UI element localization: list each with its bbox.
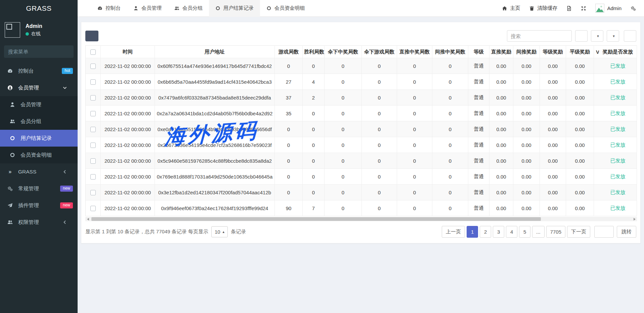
- sidebar-item-general[interactable]: 常规管理new: [0, 180, 78, 197]
- page-button-5[interactable]: 5: [519, 226, 530, 238]
- page-button-下一页[interactable]: 下一页: [567, 226, 590, 238]
- table-cell: 0.00: [566, 169, 594, 185]
- caret-down-icon: ▾: [613, 34, 615, 38]
- table-cell: 0: [362, 74, 397, 90]
- table-cell: 0: [325, 58, 362, 74]
- page-button-3[interactable]: 3: [493, 226, 504, 238]
- page-button-上一页[interactable]: 上一页: [442, 226, 465, 238]
- log-button[interactable]: [566, 6, 572, 11]
- page-size-value: 10: [215, 229, 220, 235]
- page-button-...[interactable]: ...: [532, 226, 545, 238]
- scroll-left-arrow[interactable]: [85, 217, 90, 221]
- cogs-icon: [631, 6, 636, 11]
- sidebar-item-members-parent[interactable]: 会员管理: [0, 79, 78, 96]
- table-cell: 0: [432, 137, 468, 153]
- row-checkbox[interactable]: [90, 64, 96, 69]
- pagination-summary: 显示第 1 到第 10 条记录，总共 77049 条记录 每页显示: [85, 229, 208, 235]
- sidebar-item-label: 用户结算记录: [20, 135, 52, 142]
- table-cell: 2022-11-02 00:00:00: [101, 106, 155, 121]
- row-checkbox[interactable]: [90, 174, 96, 180]
- sidebar-item-plugins[interactable]: 插件管理new: [0, 197, 78, 214]
- sidebar-item-grass[interactable]: »GRASS: [0, 163, 78, 180]
- refresh-button[interactable]: [85, 31, 98, 41]
- fullscreen-button[interactable]: [581, 6, 586, 11]
- table-cell: 0x7479a6fc6f03328a87345bada8e815deec29dd…: [155, 90, 275, 106]
- select-all-checkbox[interactable]: [90, 49, 96, 55]
- sidebar-item-user-settlement[interactable]: 用户结算记录: [0, 130, 78, 147]
- page-button-2[interactable]: 2: [480, 226, 491, 238]
- plane-icon: [6, 203, 14, 208]
- table-cell: 2022-11-02 00:00:00: [101, 74, 155, 90]
- row-checkbox[interactable]: [90, 95, 96, 101]
- table-cell: 0: [397, 185, 432, 200]
- table-row: 2022-11-02 00:00:000x3e12fba1d2ed1421803…: [85, 185, 637, 200]
- table-search-input[interactable]: [507, 30, 572, 42]
- page-button-1[interactable]: 1: [467, 226, 478, 238]
- sidebar-item-member-groups[interactable]: 会员分组: [0, 113, 78, 130]
- table-cell: 0.00: [513, 169, 540, 185]
- sidebar-badge: hot: [62, 68, 73, 74]
- row-checkbox[interactable]: [90, 79, 96, 85]
- row-checkbox[interactable]: [90, 127, 96, 132]
- jump-page-input[interactable]: [594, 226, 614, 238]
- row-checkbox[interactable]: [90, 158, 96, 164]
- tab-user-settlement[interactable]: 用户结算记录: [209, 0, 260, 17]
- sidebar-item-console[interactable]: 控制台hot: [0, 63, 78, 79]
- settings-button[interactable]: [631, 6, 636, 11]
- table-cell: 0x6b65d5a70aa4455fd9a9ad14cf4315e40642bc…: [155, 74, 275, 90]
- select-all-header: [85, 45, 101, 58]
- expand-icon: [581, 6, 586, 11]
- user-menu[interactable]: Admin: [595, 4, 621, 13]
- sidebar-search-input[interactable]: [4, 45, 74, 58]
- row-checkbox[interactable]: [90, 206, 96, 211]
- table-cell: 普通: [468, 200, 489, 216]
- status-cell: 已发放: [599, 200, 637, 216]
- table-cell: 0.00: [513, 90, 540, 106]
- page-button-7705[interactable]: 7705: [546, 226, 565, 238]
- table-cell: 0: [303, 153, 325, 169]
- clear-cache-link[interactable]: 清除缓存: [529, 5, 557, 11]
- table-cell: 0.00: [513, 200, 540, 216]
- table-cell: 普通: [468, 106, 489, 121]
- table-cell: 0: [397, 74, 432, 90]
- page-button-4[interactable]: 4: [506, 226, 517, 238]
- table-cell: 0: [275, 137, 303, 153]
- toggle-view-button[interactable]: [575, 30, 588, 42]
- tab-member-funds[interactable]: 会员资金明细: [260, 0, 311, 17]
- tab-console[interactable]: 控制台: [91, 0, 127, 17]
- table-cell: 0.00: [489, 121, 513, 137]
- row-checkbox[interactable]: [90, 111, 96, 116]
- page-size-dropdown[interactable]: 10 ▴: [211, 226, 228, 237]
- home-link[interactable]: 主页: [502, 5, 520, 11]
- tab-member-groups[interactable]: 会员分组: [168, 0, 209, 17]
- toolbar: ▾ ▾: [85, 30, 636, 42]
- table-scroll-area[interactable]: 时间用户地址游戏局数胜利局数伞下中奖局数伞下游戏局数直推中奖局数间推中奖局数等级…: [85, 45, 637, 216]
- table-cell: 0.00: [513, 137, 540, 153]
- scrollbar-thumb[interactable]: [91, 217, 541, 221]
- export-button[interactable]: ▾: [607, 30, 619, 42]
- jump-button[interactable]: 跳转: [617, 226, 636, 238]
- sidebar-item-members[interactable]: 会员管理: [0, 96, 78, 113]
- search-button[interactable]: [624, 30, 636, 42]
- chevron-left-icon: [61, 220, 69, 225]
- nav-tabs: 控制台会员管理会员分组用户结算记录会员资金明细: [91, 0, 311, 17]
- users-icon: [8, 119, 16, 124]
- users-icon: [174, 6, 179, 11]
- columns-button[interactable]: ▾: [591, 30, 603, 42]
- sidebar-item-member-funds[interactable]: 会员资金明细: [0, 147, 78, 163]
- table-cell: 0.00: [540, 200, 566, 216]
- row-checkbox[interactable]: [90, 143, 96, 148]
- table-cell: 0.00: [513, 153, 540, 169]
- menu-toggle-icon[interactable]: [78, 0, 91, 17]
- table-row: 2022-11-02 00:00:000x2a7a2a06341bda1cd2d…: [85, 106, 637, 121]
- table-cell: 0: [303, 185, 325, 200]
- table-cell: 0.00: [540, 74, 566, 90]
- scroll-right-arrow[interactable]: [632, 217, 637, 221]
- row-checkbox[interactable]: [90, 190, 96, 195]
- sidebar-item-permissions[interactable]: 权限管理: [0, 214, 78, 231]
- tab-members[interactable]: 会员管理: [127, 0, 168, 17]
- sidebar-badge: new: [60, 202, 73, 208]
- table-cell: 普通: [468, 169, 489, 185]
- horizontal-scrollbar[interactable]: [85, 217, 637, 221]
- row-select-cell: [85, 200, 101, 216]
